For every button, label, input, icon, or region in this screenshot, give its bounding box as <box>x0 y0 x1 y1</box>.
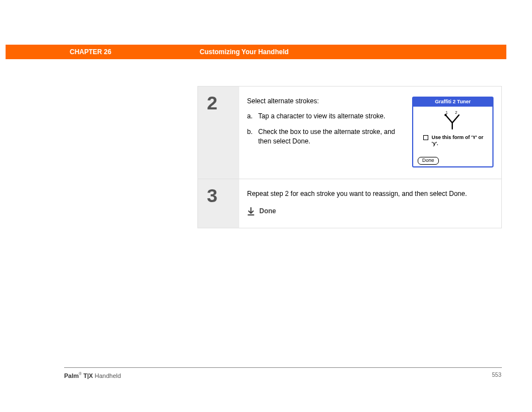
step-content: Select alternate strokes: a. Tap a chara… <box>239 87 501 179</box>
step-number: 2 <box>207 92 239 114</box>
svg-point-2 <box>444 114 447 116</box>
footer-suffix: Handheld <box>93 372 121 379</box>
step-text: Select alternate strokes: a. Tap a chara… <box>247 97 412 152</box>
sub-step-list: a. Tap a character to view its alternate… <box>247 112 405 146</box>
footer-rule <box>64 367 502 368</box>
done-label: Done <box>259 207 276 216</box>
steps-table: 2 Select alternate strokes: a. Tap a cha… <box>197 86 502 228</box>
step-intro: Select alternate strokes: <box>247 97 405 106</box>
footer-model: T|X <box>81 372 93 379</box>
graffiti-tuner-screenshot: Graffiti 2 Tuner 1 2 Use this form of 'Y… <box>412 97 494 167</box>
step-body-text: Repeat step 2 for each stroke you want t… <box>247 189 487 199</box>
tuner-body: 1 2 Use this form of 'Y' or 'y'. Done <box>413 107 492 168</box>
tuner-done-button: Done <box>418 157 439 165</box>
tuner-checkbox-label: Use this form of 'Y' or 'y'. <box>432 135 487 147</box>
page-number: 553 <box>492 372 501 378</box>
done-arrow-icon <box>247 207 255 216</box>
y-glyph-icon: 1 2 <box>441 109 463 130</box>
step-number: 3 <box>207 185 239 207</box>
tuner-title: Graffiti 2 Tuner <box>413 98 492 107</box>
step-row: 2 Select alternate strokes: a. Tap a cha… <box>198 87 501 179</box>
sub-step-text: Check the box to use the alternate strok… <box>258 127 405 147</box>
step-text: Repeat step 2 for each stroke you want t… <box>247 189 494 217</box>
chapter-title: Customizing Your Handheld <box>200 48 289 56</box>
step-number-cell: 3 <box>198 179 239 228</box>
sub-step-text: Tap a character to view its alternate st… <box>258 112 405 121</box>
step-number-cell: 2 <box>198 87 239 179</box>
done-marker: Done <box>247 207 487 216</box>
tuner-checkbox-row: Use this form of 'Y' or 'y'. <box>423 135 487 147</box>
footer-brand: Palm <box>64 372 79 379</box>
sub-step: a. Tap a character to view its alternate… <box>247 112 405 121</box>
footer-product: Palm® T|X Handheld <box>64 372 121 379</box>
svg-text:1: 1 <box>446 111 448 114</box>
checkbox-icon <box>423 135 428 140</box>
sub-step-letter: b. <box>247 127 258 147</box>
chapter-header-bar: CHAPTER 26 Customizing Your Handheld <box>6 45 506 59</box>
sub-step-letter: a. <box>247 112 258 121</box>
step-row: 3 Repeat step 2 for each stroke you want… <box>198 179 501 228</box>
sub-step: b. Check the box to use the alternate st… <box>247 127 405 147</box>
svg-text:2: 2 <box>455 111 457 114</box>
chapter-label: CHAPTER 26 <box>70 48 112 56</box>
step-content: Repeat step 2 for each stroke you want t… <box>239 179 501 228</box>
